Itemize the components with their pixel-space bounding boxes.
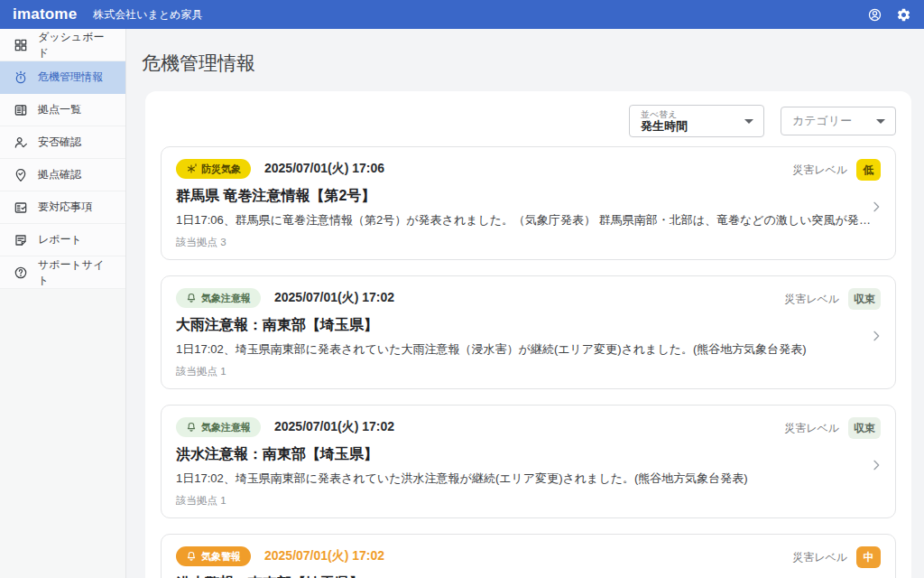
alert-description: 1日17:02、埼玉県南東部に発表されていた洪水注意報が継続(エリア変更)されま…	[176, 471, 878, 487]
disaster-level-badge: 低	[856, 159, 881, 181]
disaster-level-label: 災害レベル	[784, 421, 839, 436]
alert-title: 洪水注意報：南東部【埼玉県】	[176, 445, 881, 464]
sidebar-item-dashboard[interactable]: ダッシュボード	[0, 29, 125, 61]
sidebar-item-support-site[interactable]: サポートサイト	[0, 256, 125, 289]
affected-sites-label: 該当拠点	[176, 495, 217, 506]
category-label: 防災気象	[201, 163, 241, 176]
app-logo: imatome	[13, 5, 77, 23]
category-label: 気象注意報	[201, 421, 251, 434]
sort-select[interactable]: 並べ替え 発生時間	[629, 105, 764, 137]
sidebar: ダッシュボード 危機管理情報 拠点一覧 安否確認	[0, 29, 126, 578]
sidebar-item-label: 拠点確認	[38, 167, 81, 182]
category-badge: 気象警報	[176, 546, 251, 566]
alert-title: 洪水警報：南東部【埼玉県】	[176, 574, 881, 578]
affected-sites-count: 3	[220, 237, 226, 247]
app-bar: imatome 株式会社いまとめ家具	[0, 0, 924, 29]
alert-card-list: 防災気象 2025/07/01(火) 17:06 群馬県 竜巻注意情報【第2号】…	[161, 146, 896, 578]
report-icon	[14, 233, 28, 247]
disaster-level-label: 災害レベル	[792, 163, 847, 178]
affected-sites: 該当拠点 1	[176, 494, 881, 508]
alert-description: 1日17:02、埼玉県南東部に発表されていた大雨注意報（浸水害）が継続(エリア変…	[176, 341, 878, 358]
sidebar-item-safety-check[interactable]: 安否確認	[0, 126, 125, 159]
sidebar-item-site-check[interactable]: 拠点確認	[0, 159, 125, 191]
page-title: 危機管理情報	[142, 51, 924, 76]
chevron-down-icon	[876, 119, 885, 124]
sort-select-value: 発生時間	[641, 119, 738, 134]
chevron-right-icon[interactable]	[869, 200, 883, 214]
sidebar-item-label: レポート	[38, 232, 82, 247]
disaster-level: 災害レベル 収束	[784, 417, 881, 439]
disaster-level-label: 災害レベル	[792, 550, 847, 565]
person-check-icon	[14, 135, 28, 150]
sort-select-label: 並べ替え	[641, 109, 738, 119]
alert-datetime: 2025/07/01(火) 17:02	[274, 419, 394, 435]
sidebar-item-report[interactable]: レポート	[0, 224, 125, 256]
alert-card[interactable]: 防災気象 2025/07/01(火) 17:06 群馬県 竜巻注意情報【第2号】…	[161, 146, 896, 260]
bell-icon	[186, 422, 197, 433]
alert-card[interactable]: 気象注意報 2025/07/01(火) 17:02 洪水注意報：南東部【埼玉県】…	[161, 405, 896, 518]
affected-sites: 該当拠点 1	[176, 365, 881, 378]
account-icon[interactable]	[867, 7, 882, 23]
category-badge: 気象注意報	[176, 417, 261, 437]
category-select[interactable]: カテゴリー	[781, 107, 896, 135]
building-list-icon	[14, 103, 28, 117]
pin-check-icon	[14, 168, 28, 182]
category-label: 気象警報	[201, 550, 241, 564]
main-content: 危機管理情報 並べ替え 発生時間 カテゴリー 防災気象 20	[127, 29, 924, 578]
category-select-placeholder: カテゴリー	[792, 113, 852, 129]
alert-description: 1日17:06、群馬県に竜巻注意情報（第2号）が発表されました。（気象庁発表） …	[176, 212, 878, 228]
alert-card[interactable]: 気象注意報 2025/07/01(火) 17:02 大雨注意報：南東部【埼玉県】…	[161, 275, 896, 389]
affected-sites: 該当拠点 3	[176, 236, 881, 249]
category-label: 気象注意報	[201, 292, 251, 305]
siren-icon	[14, 70, 28, 85]
company-name: 株式会社いまとめ家具	[93, 7, 202, 23]
sidebar-item-label: サポートサイト	[38, 257, 112, 288]
alert-datetime: 2025/07/01(火) 17:02	[264, 548, 384, 564]
bell-icon	[186, 293, 197, 303]
category-badge: 防災気象	[176, 159, 251, 179]
alert-datetime: 2025/07/01(火) 17:06	[264, 161, 384, 177]
dashboard-icon	[14, 38, 28, 52]
sidebar-item-label: 要対応事項	[38, 200, 92, 215]
snowflake-alert-icon	[186, 163, 197, 174]
alert-datetime: 2025/07/01(火) 17:02	[274, 290, 394, 306]
sidebar-item-label: 安否確認	[38, 135, 81, 150]
affected-sites-count: 1	[220, 495, 226, 506]
chevron-right-icon[interactable]	[869, 458, 883, 472]
alert-card[interactable]: 気象警報 2025/07/01(火) 17:02 洪水警報：南東部【埼玉県】 1…	[161, 534, 896, 578]
affected-sites-label: 該当拠点	[176, 237, 217, 247]
sidebar-item-action-items[interactable]: 要対応事項	[0, 191, 125, 224]
filter-bar: 並べ替え 発生時間 カテゴリー	[161, 105, 896, 137]
category-badge: 気象注意報	[176, 288, 261, 308]
sidebar-item-label: 危機管理情報	[38, 70, 103, 85]
disaster-level-label: 災害レベル	[784, 292, 839, 307]
disaster-level: 災害レベル 低	[792, 159, 881, 181]
affected-sites-label: 該当拠点	[176, 366, 217, 377]
help-icon	[14, 266, 28, 280]
disaster-level-badge: 収束	[848, 417, 881, 439]
sidebar-item-label: 拠点一覧	[38, 102, 81, 117]
task-check-icon	[14, 200, 28, 215]
sidebar-item-site-list[interactable]: 拠点一覧	[0, 94, 125, 126]
alert-title: 群馬県 竜巻注意情報【第2号】	[176, 187, 881, 206]
chevron-down-icon	[744, 119, 753, 124]
sidebar-item-label: ダッシュボード	[38, 30, 112, 61]
disaster-level: 災害レベル 収束	[784, 288, 881, 310]
sidebar-item-crisis-info[interactable]: 危機管理情報	[0, 61, 125, 94]
content-panel: 並べ替え 発生時間 カテゴリー 防災気象 2025/07/01(火) 17:06…	[145, 91, 911, 578]
bell-icon	[186, 551, 197, 562]
settings-icon[interactable]	[896, 7, 911, 23]
chevron-right-icon[interactable]	[869, 329, 883, 343]
affected-sites-count: 1	[220, 366, 226, 377]
alert-title: 大雨注意報：南東部【埼玉県】	[176, 316, 881, 335]
disaster-level-badge: 収束	[848, 288, 881, 310]
disaster-level: 災害レベル 中	[792, 546, 881, 568]
disaster-level-badge: 中	[856, 546, 881, 568]
